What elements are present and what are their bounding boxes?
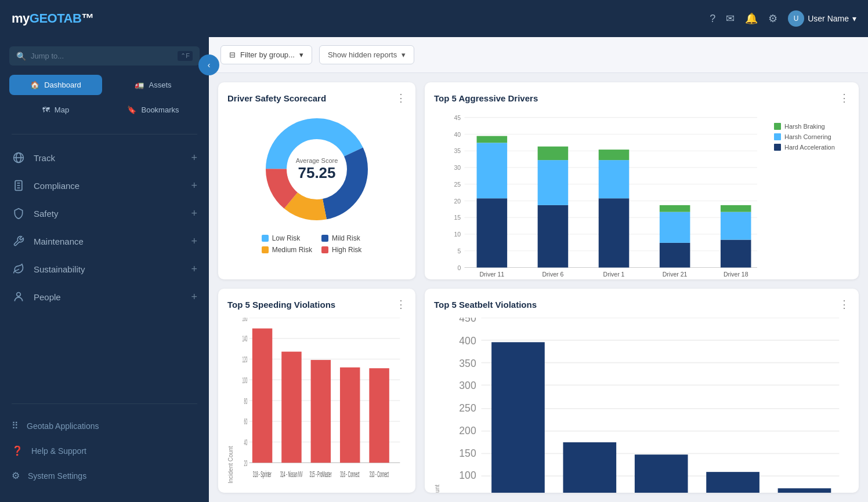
aggressive-legend: Harsh Braking Harsh Cornering Hard Accel… — [774, 111, 849, 279]
svg-rect-70 — [281, 352, 301, 463]
nav-btn-map[interactable]: 🗺 Map — [9, 100, 102, 120]
seatbelt-svg: 450 400 350 300 250 200 150 100 50 — [440, 318, 849, 493]
dashboard-grid: Driver Safety Scorecard ⋮ — [209, 73, 868, 502]
svg-text:15: 15 — [454, 214, 461, 221]
sidebar-item-safety[interactable]: Safety + — [0, 199, 209, 227]
sidebar-item-sustainability-label: Sustainability — [34, 264, 191, 274]
sidebar-toggle[interactable]: ‹ — [198, 54, 219, 75]
compliance-expand-icon: + — [191, 180, 197, 192]
help-label: Help & Support — [31, 446, 86, 456]
sidebar-item-settings[interactable]: ⚙ System Settings — [0, 463, 209, 488]
svg-rect-46 — [721, 212, 751, 240]
top-nav-right: ? ✉ 🔔 ⚙ U User Name ▾ — [710, 10, 856, 27]
speeding-menu-icon[interactable]: ⋮ — [396, 298, 406, 311]
show-hidden-reports-button[interactable]: Show hidden reports ▾ — [319, 45, 414, 64]
svg-text:200: 200 — [459, 425, 476, 436]
svg-rect-34 — [477, 143, 508, 198]
sidebar-search[interactable]: 🔍 ⌃F — [9, 46, 200, 66]
filter-group-button[interactable]: ⊟ Filter by group... ▾ — [220, 45, 312, 64]
donut-legend: Low Risk Mild Risk Medium Risk High — [262, 234, 372, 254]
sidebar-item-people-label: People — [34, 292, 191, 302]
donut-chart: Average Score 75.25 — [259, 111, 375, 227]
low-risk-dot — [262, 235, 269, 242]
aggressive-menu-icon[interactable]: ⋮ — [839, 92, 849, 104]
donut-container: Average Score 75.25 Low Risk Mild Risk — [227, 111, 406, 270]
donut-center: Average Score 75.25 — [296, 157, 338, 182]
legend-low-risk: Low Risk — [262, 234, 312, 242]
sidebar-item-people[interactable]: People + — [0, 283, 209, 311]
search-shortcut: ⌃F — [178, 51, 193, 61]
avatar: U — [788, 10, 804, 27]
bell-icon[interactable]: 🔔 — [745, 12, 758, 25]
speeding-svg: 160 140 120 100 80 60 40 20 — [234, 318, 406, 483]
grid-icon: ⠿ — [12, 420, 19, 431]
svg-rect-69 — [252, 329, 272, 463]
settings-icon[interactable]: ⚙ — [768, 12, 777, 25]
svg-rect-99 — [635, 454, 688, 493]
sustainability-expand-icon: + — [191, 263, 197, 275]
sidebar-item-help[interactable]: ❓ Help & Support — [0, 438, 209, 463]
seatbelt-chart-area: Incident Count 450 400 — [434, 318, 849, 493]
system-gear-icon: ⚙ — [12, 470, 20, 481]
dashboard-icon: 🏠 — [30, 81, 39, 89]
seatbelt-menu-icon[interactable]: ⋮ — [839, 298, 849, 311]
svg-text:20: 20 — [244, 459, 247, 468]
shield-icon — [12, 206, 26, 220]
svg-text:Driver 18: Driver 18 — [724, 271, 748, 278]
nav-btn-bookmarks[interactable]: 🔖 Bookmarks — [107, 100, 200, 120]
svg-text:250: 250 — [459, 402, 476, 414]
average-score-value: 75.25 — [296, 164, 338, 182]
svg-text:20: 20 — [454, 198, 461, 205]
bookmarks-icon: 🔖 — [127, 106, 136, 114]
svg-rect-43 — [660, 212, 690, 243]
svg-text:80: 80 — [244, 396, 247, 405]
svg-text:10: 10 — [454, 231, 461, 238]
svg-rect-44 — [660, 205, 690, 212]
user-name: User Name — [808, 14, 849, 23]
user-menu[interactable]: U User Name ▾ — [788, 10, 856, 27]
sidebar-item-track-label: Track — [34, 153, 191, 163]
scorecard-menu-icon[interactable]: ⋮ — [396, 92, 406, 104]
hard-acceleration-dot — [774, 144, 781, 151]
mail-icon[interactable]: ✉ — [726, 12, 735, 25]
svg-text:316 - Connect: 316 - Connect — [340, 469, 359, 478]
seatbelt-title: Top 5 Seatbelt Violations — [434, 300, 537, 310]
legend-high-risk: High Risk — [321, 246, 372, 254]
svg-text:0: 0 — [457, 264, 461, 271]
svg-rect-42 — [660, 243, 690, 268]
aggressive-card: Top 5 Aggressive Drivers ⋮ — [425, 82, 859, 279]
sidebar-item-sustainability[interactable]: Sustainability + — [0, 255, 209, 283]
sidebar-item-maintenance[interactable]: Maintenance + — [0, 227, 209, 255]
search-icon: 🔍 — [16, 52, 26, 61]
nav-btn-dashboard[interactable]: 🏠 Dashboard — [9, 75, 102, 95]
person-icon — [12, 290, 26, 304]
svg-rect-41 — [599, 150, 630, 160]
svg-rect-35 — [477, 136, 508, 143]
nav-buttons: 🏠 Dashboard 🚛 Assets 🗺 Map 🔖 Bookmarks — [0, 75, 209, 129]
nav-btn-assets[interactable]: 🚛 Assets — [107, 75, 200, 95]
speeding-header: Top 5 Speeding Violations ⋮ — [227, 298, 406, 311]
sidebar-item-track[interactable]: Track + — [0, 144, 209, 172]
legend-harsh-cornering: Harsh Cornering — [774, 133, 849, 140]
scorecard-title: Driver Safety Scorecard — [227, 93, 326, 103]
svg-text:Driver 6: Driver 6 — [542, 271, 564, 278]
svg-text:310 - Connect: 310 - Connect — [370, 469, 389, 478]
help-icon[interactable]: ? — [710, 13, 715, 25]
people-expand-icon: + — [191, 291, 197, 303]
svg-rect-36 — [538, 205, 569, 268]
sidebar-item-geotab-apps[interactable]: ⠿ Geotab Applications — [0, 413, 209, 438]
medium-risk-dot — [262, 246, 269, 253]
svg-text:318 - Sprinter: 318 - Sprinter — [253, 469, 272, 478]
svg-rect-98 — [563, 442, 617, 493]
svg-text:45: 45 — [454, 114, 461, 121]
safety-expand-icon: + — [191, 208, 197, 220]
sidebar-item-compliance[interactable]: Compliance + — [0, 172, 209, 199]
svg-text:140: 140 — [242, 334, 247, 343]
aggressive-title: Top 5 Aggressive Drivers — [434, 93, 538, 103]
svg-rect-33 — [477, 198, 508, 267]
search-input[interactable] — [31, 52, 173, 60]
harsh-braking-dot — [774, 123, 781, 130]
speeding-card: Top 5 Speeding Violations ⋮ Incident Cou… — [218, 289, 415, 493]
geotab-apps-label: Geotab Applications — [27, 421, 99, 431]
sidebar: ‹ 🔍 ⌃F 🏠 Dashboard 🚛 Assets 🗺 Map 🔖 — [0, 37, 209, 502]
